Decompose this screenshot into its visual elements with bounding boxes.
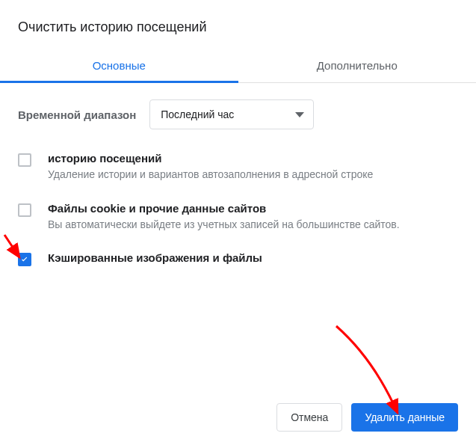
option-cookies: Файлы cookie и прочие данные сайтов Вы а… (18, 202, 458, 233)
option-browsing-history: историю посещений Удаление истории и вар… (18, 152, 458, 182)
cancel-button-label: Отмена (291, 411, 328, 423)
checkbox-browsing-history[interactable] (18, 153, 31, 167)
tab-basic[interactable]: Основные (0, 49, 238, 82)
checkbox-cached-images[interactable] (18, 253, 31, 266)
option-text: Файлы cookie и прочие данные сайтов Вы а… (48, 202, 400, 233)
cancel-button[interactable]: Отмена (276, 403, 342, 432)
dialog-body: Временной диапазон Последний час историю… (0, 83, 476, 267)
checkbox-cookies[interactable] (18, 203, 31, 217)
option-title: историю посещений (48, 152, 373, 165)
option-title: Файлы cookie и прочие данные сайтов (48, 202, 400, 215)
time-range-row: Временной диапазон Последний час (18, 99, 458, 129)
option-text: историю посещений Удаление истории и вар… (48, 152, 373, 182)
option-text: Кэшированные изображения и файлы (48, 251, 262, 267)
delete-data-button[interactable]: Удалить данные (351, 403, 458, 432)
tab-advanced-label: Дополнительно (317, 59, 398, 72)
tab-advanced[interactable]: Дополнительно (238, 49, 477, 82)
dialog-title: Очистить историю посещений (0, 0, 476, 49)
chevron-down-icon (295, 112, 304, 117)
tabs: Основные Дополнительно (0, 49, 476, 83)
option-title: Кэшированные изображения и файлы (48, 251, 262, 264)
delete-data-button-label: Удалить данные (365, 411, 445, 423)
time-range-label: Временной диапазон (18, 108, 136, 121)
option-cached-images: Кэшированные изображения и файлы (18, 251, 458, 267)
time-range-select[interactable]: Последний час (149, 99, 314, 129)
time-range-value: Последний час (161, 108, 234, 120)
clear-browsing-data-dialog: Очистить историю посещений Основные Допо… (0, 0, 476, 448)
option-desc: Вы автоматически выйдете из учетных запи… (48, 218, 400, 233)
check-icon (19, 254, 30, 265)
tab-basic-label: Основные (93, 59, 146, 72)
option-desc: Удаление истории и вариантов автозаполне… (48, 168, 373, 182)
dialog-footer: Отмена Удалить данные (276, 403, 458, 432)
